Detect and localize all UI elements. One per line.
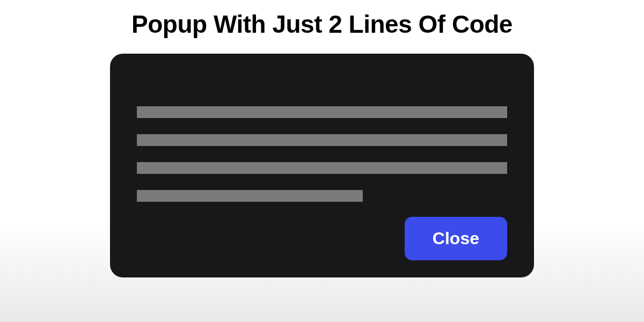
- popup-content-placeholder: [137, 106, 507, 202]
- placeholder-line: [137, 162, 507, 174]
- popup-modal: Close: [110, 54, 534, 277]
- placeholder-line: [137, 106, 507, 118]
- page-title: Popup With Just 2 Lines Of Code: [131, 10, 513, 39]
- popup-actions: Close: [137, 217, 507, 260]
- close-button[interactable]: Close: [405, 217, 507, 260]
- placeholder-line: [137, 134, 507, 146]
- placeholder-line: [137, 190, 363, 202]
